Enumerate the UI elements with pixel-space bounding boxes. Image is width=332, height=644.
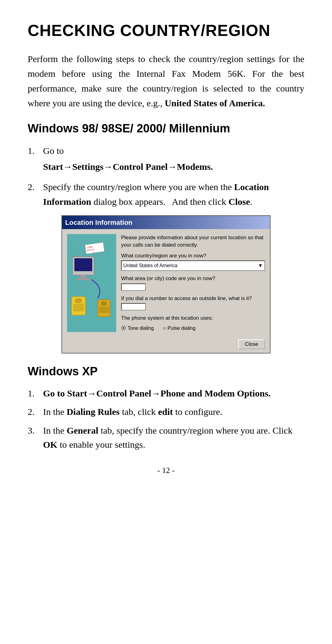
dialog-body: LONG SERVICE Please [62, 229, 270, 337]
list-content-2: Specify the country/region where you are… [43, 180, 304, 209]
location-illustration-svg: LONG SERVICE [67, 240, 116, 326]
xp-list-number-2: 2. [28, 405, 43, 419]
pulse-dialing-label: Pulse dialing [168, 325, 196, 332]
tone-dialing-option[interactable]: ⦿ Tone dialing [121, 325, 154, 332]
xp-list-item-3: 3. In the General tab, specify the count… [28, 423, 304, 452]
xp-list-content-1: Go to Start→Control Panel→Phone and Mode… [43, 386, 304, 401]
list-item-2: 2. Specify the country/region where you … [28, 180, 304, 209]
xp-list-content-3: In the General tab, specify the country/… [43, 423, 304, 452]
svg-rect-6 [74, 258, 92, 271]
list-item-1: 1. Go to Start→Settings→Control Panel→Mo… [28, 143, 304, 174]
dialog-close-button[interactable]: Close [238, 339, 265, 349]
dropdown-arrow-icon: ▼ [258, 262, 263, 269]
list-content-1: Go to Start→Settings→Control Panel→Modem… [43, 143, 304, 174]
intro-paragraph: Perform the following steps to check the… [28, 52, 304, 111]
svg-rect-8 [77, 278, 90, 280]
dialog-form: Please provide information about your cu… [121, 234, 265, 332]
close-label: Close [228, 197, 250, 207]
list-number-2: 2. [28, 180, 43, 209]
svg-rect-14 [99, 306, 109, 313]
radio-group: ⦿ Tone dialing ○ Pulse dialing [121, 325, 265, 332]
intro-bold-usa: United States of America. [165, 98, 265, 108]
svg-point-10 [75, 298, 82, 303]
xp-list-content-2: In the Dialing Rules tab, click edit to … [43, 405, 304, 419]
xp-item1-bold: Go to Start→Control Panel→Phone and Mode… [43, 388, 271, 398]
page-title: CHECKING COUNTRY/REGION [28, 18, 304, 42]
dialog-titlebar: Location Information [62, 216, 270, 229]
dialog-intro-text: Please provide information about your cu… [121, 234, 265, 249]
outside-line-label: If you dial a number to access an outsid… [121, 295, 265, 302]
pulse-radio-icon: ○ [163, 325, 166, 332]
xp-list-item-1: 1. Go to Start→Control Panel→Phone and M… [28, 386, 304, 401]
section1-heading: Windows 98/ 98SE/ 2000/ Millennium [28, 120, 304, 137]
dialog-footer: Close [62, 337, 270, 353]
country-value: United States of America [123, 262, 177, 269]
dialing-rules-label: Dialing Rules [67, 407, 120, 417]
list-number-1: 1. [28, 143, 43, 174]
dialog-screenshot: Location Information LONG SERVICE [61, 215, 271, 353]
tone-dialing-label: Tone dialing [128, 325, 154, 332]
edit-label: edit [158, 407, 173, 417]
dialog-illustration: LONG SERVICE [67, 234, 116, 332]
page-number: - 12 - [28, 464, 304, 476]
area-code-label: What area (or city) code are you in now? [121, 275, 265, 283]
xp-list-number-3: 3. [28, 423, 43, 452]
tone-radio-icon: ⦿ [121, 325, 126, 332]
section2-heading: Windows XP [28, 363, 304, 380]
general-tab-label: General [67, 425, 98, 435]
phone-system-label: The phone system at this location uses: [121, 314, 265, 322]
outside-line-input[interactable] [121, 303, 146, 310]
area-code-input[interactable] [121, 283, 146, 291]
svg-rect-7 [80, 275, 87, 278]
xp-list-number-1: 1. [28, 386, 43, 401]
xp-list: 1. Go to Start→Control Panel→Phone and M… [28, 386, 304, 452]
country-label: What country/region are you in now? [121, 252, 265, 260]
xp-list-item-2: 2. In the Dialing Rules tab, click edit … [28, 405, 304, 419]
xp-section: Windows XP 1. Go to Start→Control Panel→… [28, 363, 304, 452]
dialog-title-text: Location Information [65, 217, 132, 228]
country-select[interactable]: United States of America ▼ [121, 260, 265, 271]
pulse-dialing-option[interactable]: ○ Pulse dialing [163, 325, 195, 332]
svg-rect-11 [73, 304, 84, 311]
svg-point-13 [101, 301, 107, 306]
ok-label: OK [43, 439, 57, 450]
nav-path-1: Start→Settings→Control Panel→Modems. [43, 159, 304, 174]
section1-list: 1. Go to Start→Settings→Control Panel→Mo… [28, 143, 304, 209]
